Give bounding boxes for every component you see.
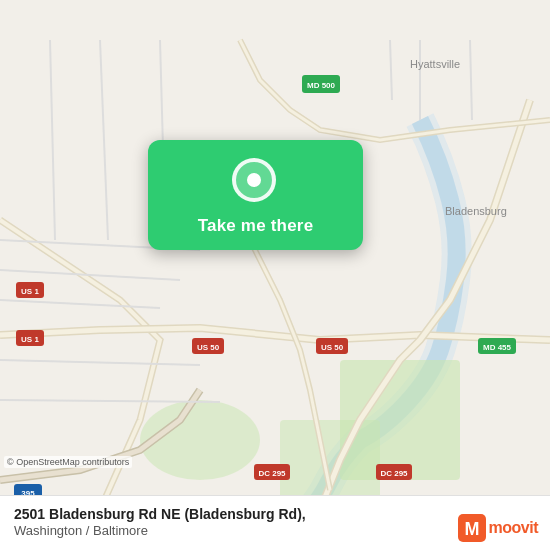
location-card[interactable]: Take me there bbox=[148, 140, 363, 250]
svg-line-5 bbox=[0, 300, 160, 308]
svg-text:DC 295: DC 295 bbox=[380, 469, 408, 478]
svg-text:Hyattsville: Hyattsville bbox=[410, 58, 460, 70]
svg-line-13 bbox=[390, 40, 392, 100]
svg-line-7 bbox=[0, 400, 220, 402]
svg-text:MD 500: MD 500 bbox=[307, 81, 336, 90]
svg-text:DC 295: DC 295 bbox=[258, 469, 286, 478]
svg-text:US 50: US 50 bbox=[197, 343, 220, 352]
osm-attribution: © OpenStreetMap contributors bbox=[4, 456, 132, 468]
svg-text:Bladensburg: Bladensburg bbox=[445, 205, 507, 217]
moovit-icon: M bbox=[458, 514, 486, 542]
moovit-brand-text: moovit bbox=[489, 519, 538, 537]
bottom-bar: 2501 Bladensburg Rd NE (Bladensburg Rd),… bbox=[0, 495, 550, 550]
moovit-logo: M moovit bbox=[458, 514, 538, 542]
svg-line-9 bbox=[100, 40, 108, 240]
svg-line-8 bbox=[50, 40, 55, 240]
svg-text:MD 455: MD 455 bbox=[483, 343, 512, 352]
svg-text:US 1: US 1 bbox=[21, 287, 39, 296]
svg-text:US 50: US 50 bbox=[321, 343, 344, 352]
svg-text:US 1: US 1 bbox=[21, 335, 39, 344]
svg-line-6 bbox=[0, 360, 200, 365]
city-text: Washington / Baltimore bbox=[14, 523, 148, 538]
location-pin-icon bbox=[232, 158, 280, 206]
svg-line-12 bbox=[470, 40, 472, 120]
map-container: Hyattsville Bladensburg MD 500 US 1 US 1… bbox=[0, 0, 550, 550]
take-me-there-button[interactable]: Take me there bbox=[198, 216, 314, 236]
svg-text:M: M bbox=[464, 519, 479, 539]
